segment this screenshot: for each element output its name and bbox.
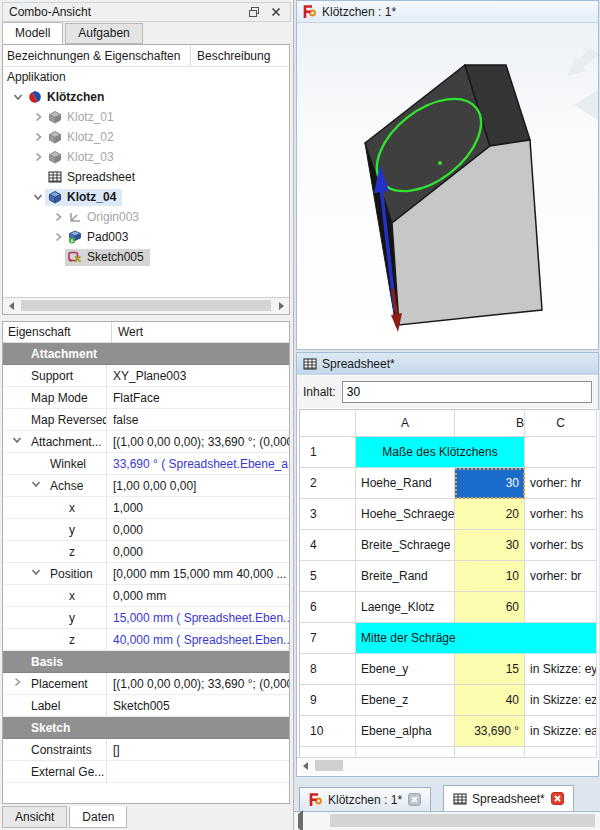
column-header-c[interactable]: C — [525, 410, 597, 437]
row-header-2[interactable]: 2 — [300, 468, 356, 499]
sheet-cell-a4[interactable]: Breite_Schraege — [356, 530, 455, 561]
cell-content-input[interactable] — [342, 381, 592, 403]
chevron-right-icon[interactable] — [11, 676, 25, 690]
row-header-10[interactable]: 10 — [300, 716, 356, 747]
tree-item-klotz-01[interactable]: Klotz_01 — [3, 107, 289, 127]
sheet-cell-a2[interactable]: Hoehe_Rand — [356, 468, 455, 499]
sheet-cell-b4[interactable]: 30 — [455, 530, 525, 561]
tree-header-labels[interactable]: Bezeichnungen & Eigenschaften — [3, 45, 191, 66]
sheet-cell-a6[interactable]: Laenge_Klotz — [356, 592, 455, 623]
3d-view-titlebar[interactable]: Klötzchen : 1* — [297, 1, 598, 23]
tree-item-spreadsheet[interactable]: Spreadsheet — [3, 167, 289, 187]
tree-root-application[interactable]: Applikation — [3, 67, 289, 87]
property-value[interactable] — [107, 761, 289, 782]
property-value[interactable]: false — [107, 409, 289, 430]
tree-item-klotz-03[interactable]: Klotz_03 — [3, 147, 289, 167]
sheet-banner-cell[interactable]: Mitte der Schräge — [356, 623, 597, 654]
property-value[interactable]: 0,000 mm — [107, 585, 289, 606]
tree-header-description[interactable]: Beschreibung — [191, 49, 270, 63]
scroll-left-icon[interactable] — [298, 814, 303, 828]
sheet-cell[interactable] — [525, 437, 597, 468]
close-tab-icon[interactable] — [550, 791, 565, 806]
chevron-down-icon[interactable] — [11, 434, 25, 448]
property-value[interactable]: [(1,00 0,00 0,00); 33,690 °; (0,000... — [107, 431, 289, 452]
sheet-cell-c3[interactable]: vorher: hs — [525, 499, 597, 530]
sheet-cell-c10[interactable]: in Skizze: ea — [525, 716, 597, 747]
column-header-a[interactable]: A — [356, 410, 455, 437]
sheet-cell-c5[interactable]: vorher: br — [525, 561, 597, 592]
row-header-3[interactable]: 3 — [300, 499, 356, 530]
tree-item-klotz-02[interactable]: Klotz_02 — [3, 127, 289, 147]
sheet-cell-c8[interactable]: in Skizze: ey — [525, 654, 597, 685]
sheet-cell-c2[interactable]: vorher: hr — [525, 468, 597, 499]
chevron-down-icon[interactable] — [31, 190, 45, 204]
tree-item-kl-tzchen[interactable]: Klötzchen — [3, 87, 289, 107]
tree-hscrollbar[interactable] — [3, 297, 289, 314]
sheet-cell-b8[interactable]: 15 — [455, 654, 525, 685]
sheet-cell-b9[interactable]: 40 — [455, 685, 525, 716]
row-header-6[interactable]: 6 — [300, 592, 356, 623]
scrollbar-thumb[interactable] — [21, 300, 271, 311]
column-header-b[interactable]: B — [455, 410, 525, 437]
sheet-cell-a8[interactable]: Ebene_y — [356, 654, 455, 685]
property-value[interactable]: Sketch005 — [107, 695, 289, 716]
chevron-right-icon[interactable] — [51, 230, 65, 244]
float-icon[interactable] — [246, 5, 262, 19]
row-header-4[interactable]: 4 — [300, 530, 356, 561]
chevron-right-icon[interactable] — [31, 150, 45, 164]
sheet-cell-b2[interactable]: 30 — [455, 468, 525, 499]
tree-item-pad003[interactable]: Pad003 — [3, 227, 289, 247]
sheet-cell-c6[interactable] — [525, 592, 597, 623]
spreadsheet-titlebar[interactable]: Spreadsheet* — [297, 353, 598, 375]
sheet-cell-b5[interactable]: 10 — [455, 561, 525, 592]
chevron-down-icon[interactable] — [11, 90, 25, 104]
property-header-name[interactable]: Eigenschaft — [3, 322, 112, 342]
viewport-3d-canvas[interactable] — [297, 23, 598, 349]
sheet-cell-b10[interactable]: 33,690 ° — [455, 716, 525, 747]
nav-arrow-icons[interactable] — [567, 48, 598, 121]
sketch-center-point[interactable] — [438, 161, 442, 165]
mdi-bottom-scrollbar[interactable] — [294, 812, 600, 830]
sheet-hscrollbar[interactable] — [297, 757, 598, 774]
sheet-cell-a5[interactable]: Breite_Rand — [356, 561, 455, 592]
sheet-cell-a10[interactable]: Ebene_alpha — [356, 716, 455, 747]
property-value[interactable]: [] — [107, 739, 289, 760]
row-header-5[interactable]: 5 — [300, 561, 356, 592]
sheet-cell-a3[interactable]: Hoehe_Schraege — [356, 499, 455, 530]
mdi-tab-3d-view[interactable]: Klötzchen : 1* — [299, 787, 431, 811]
property-value[interactable]: 0,000 — [107, 519, 289, 540]
sheet-cell-a9[interactable]: Ebene_z — [356, 685, 455, 716]
sheet-cell-b6[interactable]: 60 — [455, 592, 525, 623]
sheet-cell-c9[interactable]: in Skizze: ez — [525, 685, 597, 716]
row-header-8[interactable]: 8 — [300, 654, 356, 685]
scroll-left-icon[interactable] — [3, 298, 19, 313]
property-value[interactable]: 1,000 — [107, 497, 289, 518]
close-tab-icon[interactable] — [407, 792, 422, 807]
combo-view-titlebar[interactable]: Combo-Ansicht — [2, 2, 291, 22]
row-header-1[interactable]: 1 — [300, 437, 356, 468]
row-header-7[interactable]: 7 — [300, 623, 356, 654]
tree-item-origin003[interactable]: Origin003 — [3, 207, 289, 227]
chevron-down-icon[interactable] — [30, 478, 44, 492]
3d-viewport[interactable] — [297, 23, 598, 349]
scrollbar-thumb[interactable] — [315, 760, 343, 771]
chevron-right-icon[interactable] — [31, 110, 45, 124]
tree-item-sketch005[interactable]: Sketch005 — [3, 247, 289, 267]
row-header-9[interactable]: 9 — [300, 685, 356, 716]
scroll-right-icon[interactable] — [273, 298, 289, 313]
property-value[interactable]: XY_Plane003 — [107, 365, 289, 386]
sheet-cell-c4[interactable]: vorher: bs — [525, 530, 597, 561]
tab-aufgaben[interactable]: Aufgaben — [65, 23, 142, 44]
chevron-down-icon[interactable] — [30, 566, 44, 580]
chevron-right-icon[interactable] — [31, 130, 45, 144]
property-value[interactable]: [1,00 0,00 0,00] — [107, 475, 289, 496]
tab-modell[interactable]: Modell — [2, 22, 63, 44]
property-value[interactable]: 15,000 mm ( Spreadsheet.Eben... — [107, 607, 289, 628]
property-value[interactable]: 0,000 — [107, 541, 289, 562]
chevron-right-icon[interactable] — [51, 210, 65, 224]
tree-item-klotz-04[interactable]: Klotz_04 — [3, 187, 289, 207]
sheet-cell-b3[interactable]: 20 — [455, 499, 525, 530]
property-value[interactable]: [(1,00 0,00 0,00); 33,690 °; (0,000... — [107, 673, 289, 694]
property-value[interactable]: [0,000 mm 15,000 mm 40,000 ... — [107, 563, 289, 584]
tab-daten[interactable]: Daten — [69, 806, 127, 828]
